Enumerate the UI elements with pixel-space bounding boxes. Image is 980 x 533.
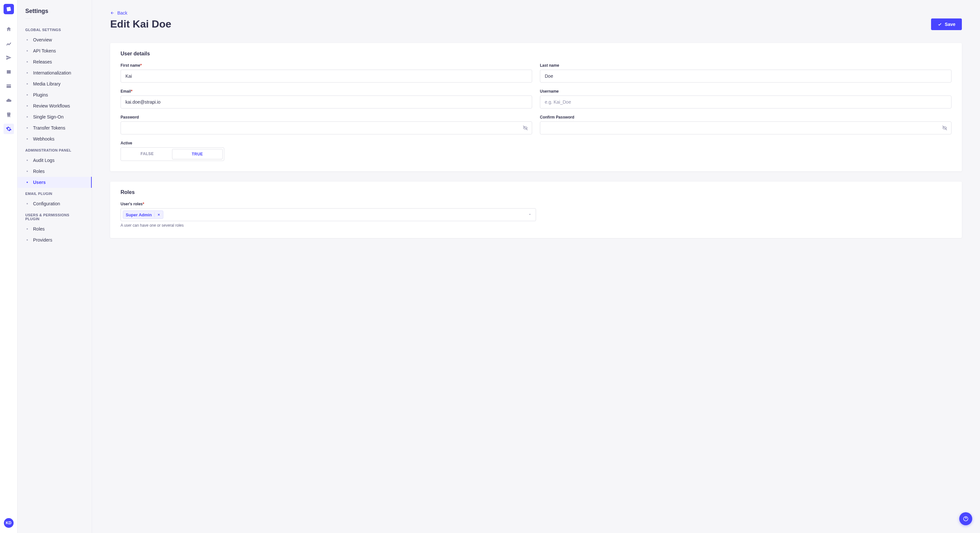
sidebar-section-users-perms: USERS & PERMISSIONS PLUGIN	[18, 209, 92, 224]
toggle-true[interactable]: TRUE	[172, 149, 223, 159]
rail-send-icon[interactable]	[3, 52, 14, 63]
input-first-name[interactable]	[121, 70, 532, 82]
field-first-name: First name*	[121, 63, 532, 82]
rail-layout-icon[interactable]	[3, 81, 14, 91]
eye-off-icon	[942, 125, 948, 131]
bullet-icon	[27, 127, 28, 128]
save-label: Save	[945, 22, 955, 27]
help-button[interactable]	[959, 512, 972, 525]
sidebar-item-overview[interactable]: Overview	[18, 34, 92, 45]
sidebar-item-label: Internationalization	[33, 70, 71, 75]
label-email: Email*	[121, 89, 532, 94]
bullet-icon	[27, 83, 28, 84]
sidebar-item-sso[interactable]: Single Sign-On	[18, 111, 92, 122]
sidebar-item-webhooks[interactable]: Webhooks	[18, 133, 92, 144]
sidebar-item-api-tokens[interactable]: API Tokens	[18, 45, 92, 56]
brand-logo[interactable]	[3, 4, 14, 14]
rail-marketplace-icon[interactable]	[3, 109, 14, 120]
sidebar-item-transfer-tokens[interactable]: Transfer Tokens	[18, 122, 92, 133]
sidebar-item-label: API Tokens	[33, 48, 56, 54]
sidebar-item-label: Overview	[33, 37, 52, 43]
sidebar-item-up-providers[interactable]: Providers	[18, 235, 92, 246]
check-icon	[937, 22, 942, 27]
bullet-icon	[27, 39, 28, 40]
rail-home-icon[interactable]	[3, 24, 14, 34]
input-email[interactable]	[121, 95, 532, 108]
sidebar-title: Settings	[18, 8, 92, 19]
sidebar-item-label: Roles	[33, 169, 45, 174]
bullet-icon	[27, 182, 28, 183]
roles-select[interactable]: Super Admin	[121, 208, 536, 221]
role-tag-label: Super Admin	[126, 213, 152, 217]
sidebar-item-plugins[interactable]: Plugins	[18, 89, 92, 100]
sidebar-item-label: Plugins	[33, 92, 48, 97]
label-user-roles: User's roles*	[121, 202, 536, 206]
bullet-icon	[27, 61, 28, 62]
bullet-icon	[27, 171, 28, 172]
sidebar-item-review-workflows[interactable]: Review Workflows	[18, 100, 92, 111]
rail-media-icon[interactable]	[3, 67, 14, 77]
card-title-user-details: User details	[121, 51, 951, 57]
sidebar-item-label: Releases	[33, 59, 52, 65]
sidebar-item-releases[interactable]: Releases	[18, 56, 92, 67]
input-confirm-password[interactable]	[540, 121, 951, 134]
arrow-left-icon	[110, 11, 115, 15]
sidebar-item-admin-roles[interactable]: Roles	[18, 166, 92, 177]
close-icon	[157, 213, 161, 216]
roles-card: Roles User's roles* Super Admin A us	[110, 182, 962, 238]
sidebar-item-internationalization[interactable]: Internationalization	[18, 67, 92, 78]
caret-down-icon	[528, 213, 532, 216]
svg-point-1	[8, 117, 8, 117]
active-toggle[interactable]: FALSE TRUE	[121, 148, 224, 161]
toggle-password-visibility[interactable]	[522, 125, 528, 131]
sidebar-item-label: Media Library	[33, 81, 60, 86]
sidebar-item-up-roles[interactable]: Roles	[18, 224, 92, 235]
rail-content-icon[interactable]	[3, 38, 14, 49]
user-details-card: User details First name* Last name Email…	[110, 43, 962, 171]
sidebar-item-label: Transfer Tokens	[33, 125, 65, 130]
sidebar-item-media-library[interactable]: Media Library	[18, 78, 92, 89]
card-title-roles: Roles	[121, 189, 951, 195]
tag-divider	[154, 212, 154, 217]
sidebar-item-label: Webhooks	[33, 136, 54, 141]
label-first-name: First name*	[121, 63, 532, 68]
label-last-name: Last name	[540, 63, 951, 68]
label-password: Password	[121, 115, 532, 119]
input-last-name[interactable]	[540, 70, 951, 82]
bullet-icon	[27, 72, 28, 73]
dropdown-caret	[528, 212, 532, 217]
back-link[interactable]: Back	[110, 10, 127, 16]
bullet-icon	[27, 116, 28, 117]
rail-cloud-icon[interactable]	[3, 95, 14, 106]
field-user-roles: User's roles* Super Admin A user can hav…	[121, 202, 536, 228]
field-username: Username	[540, 89, 951, 108]
svg-rect-0	[6, 7, 11, 11]
field-email: Email*	[121, 89, 532, 108]
sidebar-item-email-config[interactable]: Configuration	[18, 198, 92, 209]
sidebar-item-label: Review Workflows	[33, 103, 70, 108]
sidebar-item-audit-logs[interactable]: Audit Logs	[18, 155, 92, 166]
label-confirm-password: Confirm Password	[540, 115, 951, 119]
roles-helper-text: A user can have one or several roles	[121, 223, 536, 228]
label-username: Username	[540, 89, 951, 94]
sidebar-item-users[interactable]: Users	[18, 177, 92, 188]
bullet-icon	[27, 203, 28, 204]
field-active: Active FALSE TRUE	[121, 141, 532, 161]
user-avatar[interactable]: KD	[4, 518, 14, 528]
sidebar-item-label: Users	[33, 180, 46, 185]
main-content: Back Edit Kai Doe Save User details Firs…	[92, 0, 980, 533]
sidebar-item-label: Configuration	[33, 201, 60, 206]
sidebar-item-label: Roles	[33, 226, 45, 232]
sidebar-item-label: Single Sign-On	[33, 114, 64, 119]
rail-settings-icon[interactable]	[3, 124, 14, 134]
input-username[interactable]	[540, 95, 951, 108]
bullet-icon	[27, 228, 28, 230]
bullet-icon	[27, 160, 28, 161]
toggle-confirm-password-visibility[interactable]	[942, 125, 948, 131]
sidebar-section-email-plugin: EMAIL PLUGIN	[18, 188, 92, 198]
label-active: Active	[121, 141, 532, 145]
save-button[interactable]: Save	[931, 19, 962, 30]
toggle-false[interactable]: FALSE	[122, 149, 172, 159]
input-password[interactable]	[121, 121, 532, 134]
remove-role-button[interactable]	[157, 213, 161, 216]
